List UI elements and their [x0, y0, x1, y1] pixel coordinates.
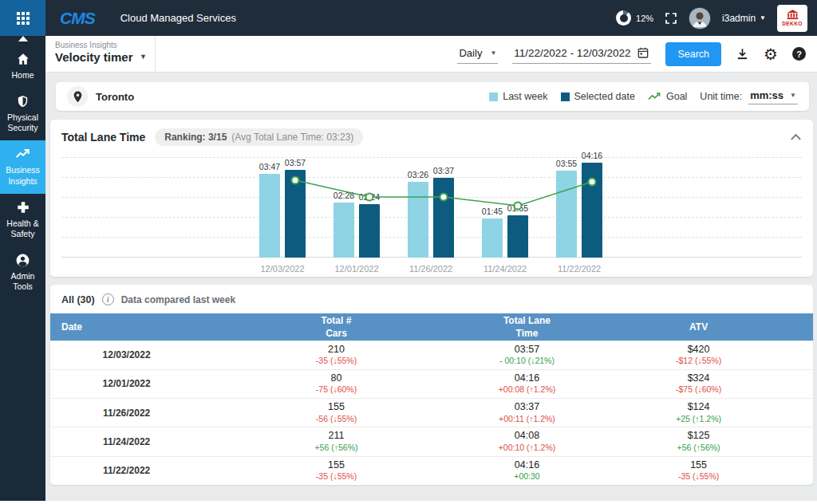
table-filter-label[interactable]: All (30) — [61, 294, 95, 305]
bank-icon — [787, 10, 799, 20]
goal-line — [61, 158, 802, 258]
legend-swatch-icon — [561, 93, 570, 101]
chart-legend: Last weekSelected dateGoal Unit time: mm… — [489, 89, 798, 104]
user-menu[interactable]: i3admin ▼ — [722, 13, 766, 24]
cell-delta: -$12 (↓55%) — [584, 356, 813, 367]
location-pin-icon — [67, 86, 88, 107]
atv-cell: $124+25 (↑1.2%) — [584, 399, 813, 427]
date-cell: 11/24/2022 — [50, 427, 203, 456]
unit-time-label: Unit time: — [700, 91, 742, 102]
cell-value: 04:16 — [470, 459, 584, 472]
page-selector[interactable]: Business Insights Velocity timer ▼ — [45, 36, 156, 73]
cars-cell: 155-35 (↓55%) — [203, 456, 470, 485]
x-axis-label: 12/01/2022 — [324, 264, 389, 274]
cell-value: 210 — [203, 344, 470, 356]
search-button[interactable]: Search — [665, 42, 721, 66]
org-logo[interactable]: DEKKO — [777, 5, 807, 32]
column-header-atv: ATV — [584, 313, 813, 341]
date-range-value: 11/22/2022 - 12/03/2022 — [514, 47, 630, 59]
atv-cell: $324-$75 (↓60%) — [584, 369, 813, 398]
sidebar-item-business-insights[interactable]: Business Insights — [0, 140, 45, 193]
table-row-11-22-2022[interactable]: 11/22/2022155-35 (↓55%)04:16+00:30155-35… — [50, 456, 813, 485]
sidebar-item-label: Home — [11, 70, 34, 80]
table-row-12-03-2022[interactable]: 12/03/2022210-35 (↓55%)03:57- 00:10 (↓21… — [50, 341, 813, 369]
chart-panel: Total Lane Time Ranking: 3/15 (Avg Total… — [50, 120, 813, 277]
info-icon: i — [102, 293, 114, 305]
period-select[interactable]: Daily ▼ — [457, 45, 498, 64]
cell-value: $125 — [584, 430, 813, 443]
date-cell: 12/01/2022 — [50, 369, 203, 398]
chevron-down-icon: ▼ — [490, 49, 496, 57]
atv-cell: $125+56 (↑56%) — [584, 427, 813, 456]
legend-item-last-week[interactable]: Last week — [489, 91, 547, 102]
legend-swatch-icon — [489, 93, 498, 101]
ranking-value: Ranking: 3/15 — [164, 132, 227, 143]
data-table: DateTotal #CarsTotal LaneTimeATV 12/03/2… — [50, 313, 813, 485]
table-row-11-26-2022[interactable]: 11/26/2022155-56 (↓55%)03:37+00:11 (↑1.2… — [50, 399, 813, 427]
cars-cell: 155-56 (↓55%) — [203, 399, 470, 427]
legend-item-goal[interactable]: Goal — [648, 91, 687, 102]
cell-delta: +00:30 — [470, 471, 584, 482]
table-header: DateTotal #CarsTotal LaneTimeATV — [50, 313, 813, 341]
cell-delta: +56 (↑56%) — [584, 443, 813, 454]
app-title: Cloud Managed Services — [120, 12, 236, 24]
cell-delta: +25 (↑1.2%) — [584, 414, 813, 425]
user-avatar[interactable] — [689, 7, 711, 30]
sidebar-item-health-safety[interactable]: Health & Safety — [0, 194, 45, 246]
cell-value: $420 — [584, 344, 813, 356]
chart-plot: 03:4703:5712/03/202202:2802:2412/01/2022… — [61, 150, 802, 274]
legend-label: Last week — [503, 91, 547, 102]
cell-value: 155 — [584, 459, 813, 472]
org-name-label: DEKKO — [782, 21, 802, 26]
table-row-12-01-2022[interactable]: 12/01/202280-75 (↓60%)04:16+00:08 (↑1.2%… — [50, 369, 813, 398]
lane-cell: 03:57- 00:10 (↓21%) — [470, 341, 584, 369]
legend-label: Goal — [666, 91, 687, 102]
sidebar-item-physical-security[interactable]: Physical Security — [0, 88, 45, 140]
cell-delta: -35 (↓55%) — [203, 356, 470, 367]
cell-value: 80 — [203, 372, 470, 385]
cell-delta: -35 (↓55%) — [584, 471, 813, 482]
cell-value: $124 — [584, 401, 813, 414]
unit-time-select[interactable]: mm:ss ▼ — [748, 89, 798, 104]
lane-cell: 04:08+00:10 (↑1.2%) — [470, 427, 584, 456]
legend-item-selected-date[interactable]: Selected date — [561, 91, 635, 102]
cell-value: 04:16 — [470, 372, 584, 385]
health-icon — [2, 200, 44, 216]
cell-delta: +00:11 (↑1.2%) — [470, 414, 584, 425]
settings-gear-icon[interactable]: ⚙ — [764, 46, 778, 62]
collapse-chevron-icon[interactable] — [790, 130, 802, 144]
top-header: CMS Cloud Managed Services 12% i3admin ▼… — [0, 0, 817, 36]
chart-title: Total Lane Time — [61, 131, 145, 144]
date-cell: 11/22/2022 — [50, 456, 203, 485]
page-title: Velocity timer — [55, 50, 148, 64]
cell-value: $324 — [584, 372, 813, 385]
atv-cell: $420-$12 (↓55%) — [584, 341, 813, 369]
column-header-date: Date — [50, 313, 203, 341]
x-axis-label: 11/22/2022 — [547, 264, 612, 274]
fullscreen-icon[interactable] — [665, 12, 677, 25]
cell-value: 155 — [203, 459, 470, 472]
download-icon[interactable] — [736, 47, 749, 61]
legend-label: Selected date — [574, 91, 635, 102]
calendar-icon — [637, 46, 649, 59]
goal-line-icon — [648, 93, 661, 101]
table-row-11-24-2022[interactable]: 11/24/2022211+56 (↑56%)04:08+00:10 (↑1.2… — [50, 427, 813, 456]
sidebar-item-home[interactable]: Home — [0, 45, 45, 88]
help-icon[interactable]: ? — [792, 47, 806, 61]
cell-value: 211 — [203, 430, 470, 443]
date-cell: 12/03/2022 — [50, 341, 203, 369]
date-range-picker[interactable]: 11/22/2022 - 12/03/2022 — [512, 44, 651, 64]
cell-delta: -75 (↓60%) — [203, 384, 470, 396]
app-window: CMS Cloud Managed Services 12% i3admin ▼… — [0, 0, 817, 504]
unit-time-value: mm:ss — [750, 89, 783, 101]
apps-menu-button[interactable] — [0, 0, 45, 36]
ranking-average: (Avg Total Lane Time: 03:23) — [231, 132, 353, 143]
cell-value: 03:57 — [470, 344, 584, 356]
column-header-total-lane-time: Total LaneTime — [470, 313, 584, 341]
ranking-badge: Ranking: 3/15 (Avg Total Lane Time: 03:2… — [155, 128, 363, 146]
sidebar-item-admin-tools[interactable]: Admin Tools — [0, 246, 45, 299]
atv-cell: 155-35 (↓55%) — [584, 456, 813, 485]
cell-value: 155 — [203, 401, 470, 414]
date-cell: 11/26/2022 — [50, 399, 203, 427]
lane-cell: 03:37+00:11 (↑1.2%) — [470, 399, 584, 427]
